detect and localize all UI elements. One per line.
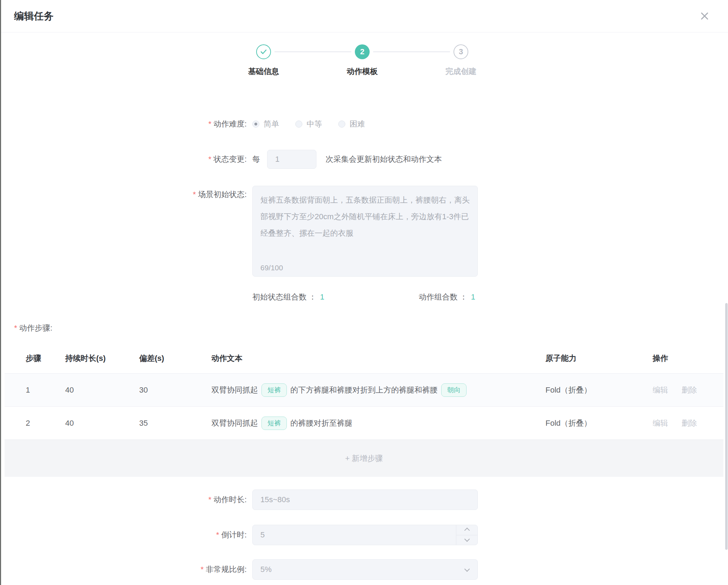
spinner-down-button[interactable]: [456, 535, 477, 545]
table-row: 2 40 35 双臂协同抓起 短裤 的裤腰对折至裤腿 Fold（折叠） 编辑 删…: [5, 407, 723, 440]
step-2-circle: 2: [355, 44, 370, 59]
combo-counts-row: 初始状态组合数 ： 1 动作组合数 ： 1: [0, 291, 728, 303]
required-asterisk: *: [208, 495, 211, 504]
action-steps-table: 步骤 持续时长(s) 偏差(s) 动作文本 原子能力 操作 1 40 30 双臂…: [5, 344, 723, 477]
unusual-ratio-select[interactable]: 5%: [252, 559, 478, 580]
cell-operations: 编辑 删除: [653, 385, 723, 395]
stepper-connector: [373, 51, 450, 52]
countdown-input[interactable]: 5: [252, 525, 478, 545]
check-icon: [259, 48, 268, 56]
step-2-number: 2: [360, 47, 364, 56]
cell-action-text: 双臂协同抓起 短裤 的裤腰对折至裤腿: [211, 417, 545, 430]
page-edge-strip: [0, 0, 1, 585]
cell-ability: Fold（折叠）: [545, 418, 653, 429]
col-action-text: 动作文本: [211, 353, 545, 364]
radio-difficulty-medium[interactable]: 中等: [295, 119, 322, 129]
required-asterisk: *: [14, 324, 17, 333]
cell-step: 2: [26, 419, 65, 428]
action-combos: 动作组合数 ： 1: [419, 292, 475, 302]
delete-link[interactable]: 删除: [681, 386, 697, 394]
stepper-connector: [274, 51, 351, 52]
initial-combos-label: 初始状态组合数 ：: [252, 292, 316, 302]
col-deviation: 偏差(s): [139, 353, 211, 364]
step-2-label: 动作模板: [320, 66, 405, 77]
difficulty-row: *动作难度: 简单 中等 困难: [0, 116, 728, 132]
radio-label: 简单: [264, 119, 279, 129]
initial-combos-value: 1: [320, 292, 324, 302]
cell-action-text: 双臂协同抓起 短裤 的下方裤腿和裤腰对折到上方的裤腿和裤腰 朝向: [211, 383, 545, 397]
scrollbar-thumb[interactable]: [725, 303, 728, 550]
delete-link[interactable]: 删除: [681, 419, 697, 427]
table-row: 1 40 30 双臂协同抓起 短裤 的下方裤腿和裤腰对折到上方的裤腿和裤腰 朝向…: [5, 374, 723, 407]
chevron-down-icon: [464, 566, 470, 572]
object-tag: 短裤: [261, 383, 287, 397]
col-step: 步骤: [26, 353, 65, 364]
radio-label: 中等: [307, 119, 322, 129]
unusual-ratio-row: *非常规比例: 5%: [0, 559, 728, 580]
spinner-up-button[interactable]: [456, 525, 477, 535]
cell-duration: 40: [65, 419, 139, 428]
col-ability: 原子能力: [545, 353, 653, 364]
edit-link[interactable]: 编辑: [653, 386, 668, 394]
col-operations: 操作: [653, 353, 723, 364]
radio-difficulty-hard[interactable]: 困难: [338, 119, 365, 129]
required-asterisk: *: [193, 190, 196, 199]
countdown-row: *倒计时: 5: [0, 525, 728, 545]
cell-duration: 40: [65, 386, 139, 395]
action-duration-row: *动作时长: 15s~80s: [0, 489, 728, 510]
radio-icon: [252, 121, 259, 128]
initial-combos: 初始状态组合数 ： 1: [252, 292, 324, 302]
initial-state-label: *场景初始状态:: [0, 186, 247, 200]
difficulty-label: *动作难度:: [0, 119, 247, 129]
orientation-tag: 朝向: [441, 383, 467, 397]
radio-icon: [338, 121, 345, 128]
dialog-title: 编辑任务: [14, 10, 54, 23]
chevron-down-icon: [464, 536, 470, 542]
state-change-prefix: 每: [252, 154, 260, 165]
state-change-suffix: 次采集会更新初始状态和动作文本: [326, 154, 442, 165]
step-1-circle: [256, 44, 271, 59]
action-combos-value: 1: [471, 292, 475, 302]
step-1-label: 基础信息: [221, 66, 306, 77]
cell-operations: 编辑 删除: [653, 418, 723, 429]
object-tag: 短裤: [261, 417, 287, 430]
step-3-circle: 3: [454, 44, 468, 59]
required-asterisk: *: [208, 119, 211, 128]
action-duration-input[interactable]: 15s~80s: [252, 489, 478, 510]
step-3-label: 完成创建: [419, 66, 503, 77]
countdown-label: *倒计时:: [0, 530, 247, 540]
action-duration-label: *动作时长:: [0, 494, 247, 505]
radio-icon: [295, 121, 302, 128]
initial-state-row: *场景初始状态: 短裤五条数据背面朝上，五条数据正面朝上，裤腰朝右，离头部视野下…: [0, 186, 728, 277]
cell-deviation: 30: [139, 386, 211, 395]
radio-difficulty-easy[interactable]: 简单: [252, 119, 279, 129]
initial-state-textarea[interactable]: 短裤五条数据背面朝上，五条数据正面朝上，裤腰朝右，离头部视野下方至少20cm之外…: [252, 186, 478, 277]
action-steps-label: *动作步骤:: [14, 323, 53, 333]
state-change-label: *状态变更:: [0, 154, 247, 165]
close-icon[interactable]: [698, 10, 710, 22]
required-asterisk: *: [216, 530, 219, 539]
add-step-button[interactable]: + 新增步骤: [5, 440, 723, 477]
table-header: 步骤 持续时长(s) 偏差(s) 动作文本 原子能力 操作: [5, 344, 723, 374]
dialog-header: 编辑任务: [0, 0, 728, 32]
stepper: 2 3 基础信息 动作模板 完成创建: [0, 37, 728, 84]
state-change-input[interactable]: 1: [267, 150, 316, 169]
radio-label: 困难: [350, 119, 365, 129]
edit-link[interactable]: 编辑: [653, 419, 668, 427]
chevron-up-icon: [464, 528, 470, 533]
required-asterisk: *: [200, 565, 204, 574]
step-3-number: 3: [459, 47, 463, 56]
cell-step: 1: [26, 386, 65, 395]
initial-state-text: 短裤五条数据背面朝上，五条数据正面朝上，裤腰朝右，离头部视野下方至少20cm之外…: [260, 196, 470, 238]
char-counter: 69/100: [260, 264, 283, 272]
required-asterisk: *: [208, 155, 211, 164]
action-combos-label: 动作组合数 ：: [419, 292, 467, 302]
cell-deviation: 35: [139, 419, 211, 428]
number-spinner: [456, 525, 477, 545]
col-duration: 持续时长(s): [65, 353, 139, 364]
cell-ability: Fold（折叠）: [545, 385, 653, 395]
state-change-row: *状态变更: 每 1 次采集会更新初始状态和动作文本: [0, 149, 728, 169]
unusual-ratio-label: *非常规比例:: [0, 564, 247, 575]
